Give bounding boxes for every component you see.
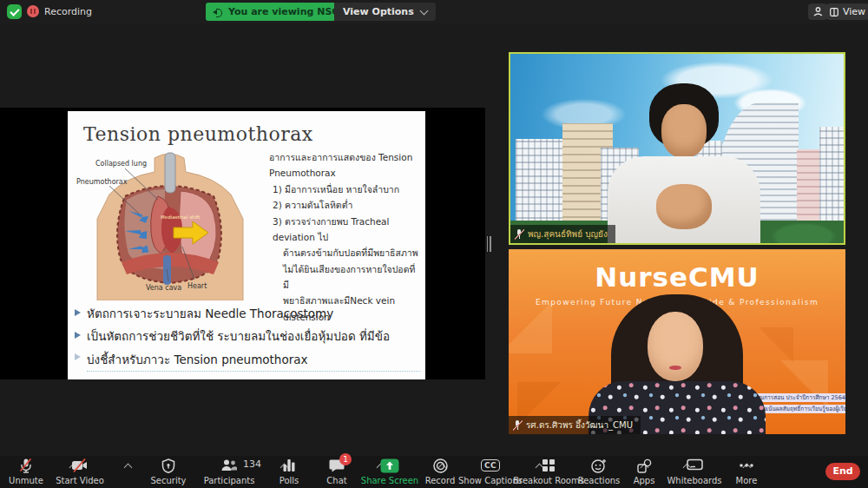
participants-button[interactable]: 134 Participants bbox=[192, 458, 266, 487]
svg-text:Pneumothorax: Pneumothorax bbox=[76, 178, 128, 186]
apps-icon bbox=[637, 458, 652, 473]
zoom-meeting-window: Recording You are viewing NSC-Share's sc… bbox=[0, 0, 868, 488]
participant-1-face bbox=[661, 104, 707, 158]
video-tile-presenter[interactable]: NurseCMU Empowering Future Nurses with P… bbox=[509, 249, 845, 434]
slide-bullets: หัตถการเจาะระบายลม Needle Thoracostomy เ… bbox=[75, 302, 420, 372]
record-icon bbox=[433, 458, 448, 473]
chat-bubble-icon: 1 bbox=[329, 458, 345, 473]
view-button[interactable]: View bbox=[822, 3, 868, 20]
more-button[interactable]: More bbox=[715, 458, 778, 487]
panel-resize-handle[interactable] bbox=[486, 236, 491, 252]
view-options-button[interactable]: View Options bbox=[334, 3, 436, 21]
shield-icon bbox=[161, 458, 175, 473]
bullet-triangle-icon bbox=[75, 309, 81, 316]
whiteboard-icon bbox=[687, 458, 703, 473]
bullet-triangle-icon bbox=[75, 332, 81, 339]
speaker-icon bbox=[213, 7, 223, 17]
recording-label: Recording bbox=[44, 6, 92, 17]
presentation-slide: Tension pneumothorax bbox=[68, 111, 425, 379]
closed-captions-icon: CC bbox=[481, 458, 500, 473]
svg-text:Heart: Heart bbox=[187, 282, 207, 290]
video-tile-speaker[interactable]: พญ.สุคนธ์ทิพย์ บุญยัง bbox=[509, 52, 845, 245]
participant-2-nametag: รศ.ดร.ศิวพร อึ้งวัฒนา_CMU bbox=[509, 416, 641, 434]
bar-chart-icon bbox=[282, 458, 296, 473]
camera-off-icon bbox=[71, 458, 89, 473]
microphone-muted-icon bbox=[513, 420, 522, 431]
bullet-triangle-icon bbox=[75, 353, 81, 360]
smiley-plus-icon bbox=[591, 458, 607, 473]
top-bar: Recording You are viewing NSC-Share's sc… bbox=[0, 0, 868, 23]
svg-text:Collapsed lung: Collapsed lung bbox=[95, 160, 147, 168]
svg-text:Vena cava: Vena cava bbox=[146, 284, 181, 292]
chat-unread-badge: 1 bbox=[339, 453, 352, 465]
encryption-shield-icon bbox=[7, 4, 22, 19]
breakout-rooms-icon bbox=[542, 458, 556, 473]
layout-grid-icon bbox=[830, 8, 838, 16]
participant-2-lips bbox=[669, 366, 681, 370]
signs-text-block: อาการและอาการแสดงของ Tension Pneumothora… bbox=[269, 149, 418, 325]
shared-screen-area: Tension pneumothorax bbox=[0, 108, 485, 379]
nursecmu-logo-text: NurseCMU bbox=[509, 261, 845, 293]
recording-indicator-icon[interactable] bbox=[27, 5, 39, 17]
participant-1-hands bbox=[656, 184, 712, 229]
participant-1-nametag: พญ.สุคนธ์ทิพย์ บุญยัง bbox=[510, 225, 615, 243]
pneumothorax-diagram: Collapsed lung Pneumothorax Mediastinal … bbox=[71, 151, 267, 300]
microphone-muted-icon bbox=[515, 229, 523, 240]
svg-text:Mediastinal shift: Mediastinal shift bbox=[161, 214, 201, 220]
microphone-muted-icon bbox=[18, 458, 34, 473]
start-video-button[interactable]: Start Video bbox=[45, 458, 115, 487]
end-meeting-button[interactable]: End bbox=[825, 463, 860, 480]
chevron-up-icon[interactable] bbox=[124, 464, 133, 472]
ellipsis-icon bbox=[739, 458, 754, 473]
chevron-down-icon bbox=[419, 6, 428, 15]
meeting-toolbar: Unmute Start Video Security 134 Particip… bbox=[0, 456, 868, 488]
share-screen-icon bbox=[380, 458, 399, 473]
participants-icon: 134 bbox=[220, 458, 238, 473]
slide-title: Tension pneumothorax bbox=[83, 123, 313, 145]
participant-2-face bbox=[648, 312, 703, 381]
